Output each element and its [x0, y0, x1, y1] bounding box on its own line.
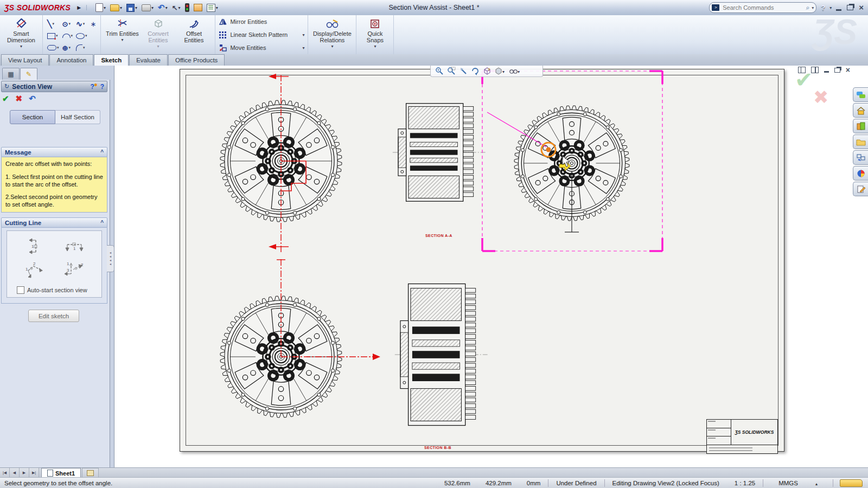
search-icon[interactable]: ⌕	[806, 4, 810, 11]
polygon-tool-button[interactable]: ⊕▾	[61, 44, 74, 52]
prev-sheet-button[interactable]: ◀	[10, 468, 20, 478]
add-sheet-tab[interactable]	[82, 468, 99, 478]
rotate-view-icon[interactable]	[471, 67, 480, 75]
design-library-tab[interactable]	[853, 119, 868, 133]
drawing-sheet[interactable]: ƷS SOLIDWORKS	[180, 69, 784, 452]
arc-tool-button[interactable]: ▾	[61, 34, 74, 38]
zoom-to-fit-icon[interactable]	[435, 67, 444, 75]
doc-minimize-button[interactable]	[824, 71, 829, 73]
units-selector[interactable]: MMGS▴	[763, 480, 833, 486]
previous-view-icon[interactable]	[459, 67, 468, 75]
cancel-button[interactable]: ✖	[16, 94, 23, 104]
tab-evaluate[interactable]: Evaluate	[129, 54, 168, 66]
undo-button[interactable]: ↶▾	[157, 4, 169, 11]
sheet1-tab[interactable]: Sheet1	[41, 468, 81, 478]
trim-entities-button[interactable]: Trim Entities ▾	[104, 17, 140, 43]
tab-sketch[interactable]: Sketch	[94, 54, 129, 66]
new-document-button[interactable]: ▾	[94, 3, 107, 12]
search-input[interactable]	[722, 4, 803, 11]
traffic-light-icon	[185, 3, 189, 12]
point-tool-button[interactable]: ∗	[90, 20, 98, 28]
solidworks-resources-tab[interactable]	[853, 103, 868, 118]
confirmation-cancel-icon[interactable]: ✖	[813, 86, 829, 108]
message-group-header[interactable]: Message^	[1, 147, 107, 157]
slot-tool-button[interactable]: ▾	[46, 45, 60, 50]
close-button[interactable]: ×	[859, 4, 864, 11]
minimize-button[interactable]	[836, 9, 841, 11]
appearances-tab[interactable]	[853, 166, 868, 181]
rectangle-tool-button[interactable]: ▾	[46, 33, 60, 39]
doc-close-button[interactable]: ×	[846, 67, 850, 73]
print-button[interactable]: ▾	[141, 4, 155, 12]
last-sheet-button[interactable]: ▶|	[29, 468, 39, 478]
offset-entities-button[interactable]: Offset Entities	[176, 17, 212, 44]
save-button[interactable]: ▾	[125, 3, 138, 12]
next-sheet-button[interactable]: ▶	[20, 468, 29, 478]
quick-snaps-button[interactable]: Quick Snaps ▾	[360, 17, 390, 50]
cutting-line-group-header[interactable]: Cutting Line^	[1, 217, 107, 228]
select-button[interactable]: ↖▾	[171, 3, 182, 12]
status-bar: Select geometry to set the offset angle.…	[0, 477, 868, 488]
rebuild-button[interactable]	[184, 3, 190, 12]
view-orientation-icon[interactable]: ?	[483, 67, 492, 75]
ribbon-group-dimension: Smart Dimension ▾	[0, 15, 43, 54]
spline-tool-button[interactable]: ∿▾	[75, 20, 88, 28]
undo-section-button[interactable]: ↶	[29, 94, 36, 104]
line-tool-button[interactable]: ╲▾	[46, 20, 60, 28]
display-delete-relations-button[interactable]: Display/Delete Relations ▾	[311, 17, 353, 50]
help-caret[interactable]: ▾	[829, 5, 832, 10]
restore-button[interactable]	[847, 5, 853, 10]
zoom-to-area-icon[interactable]	[447, 67, 456, 75]
file-explorer-tab[interactable]	[853, 134, 868, 149]
accept-button[interactable]: ✔	[2, 94, 9, 104]
section-button[interactable]: Section	[10, 110, 55, 124]
confirmation-accept-icon[interactable]: ✔	[795, 67, 813, 92]
options-button[interactable]: ▾	[206, 3, 219, 12]
graphics-viewport[interactable]: ƷS SOLIDWORKS SECTION A-A SECTION B-B ? …	[114, 66, 868, 467]
custom-properties-tab[interactable]	[853, 182, 868, 196]
whats-new-help-icon[interactable]: ?✱	[90, 83, 97, 91]
linear-sketch-pattern-button[interactable]: Linear Sketch Pattern▾	[219, 31, 304, 38]
fillet-tool-button[interactable]: ▾	[75, 44, 88, 51]
tab-view-layout[interactable]: View Layout	[1, 54, 49, 66]
display-style-icon[interactable]: ▾	[495, 67, 506, 75]
solidworks-forum-tab[interactable]	[853, 87, 868, 102]
open-button[interactable]: ▾	[109, 4, 123, 12]
vertical-cutting-line-button[interactable]: 1	[22, 236, 47, 256]
horizontal-cutting-line-button[interactable]: 1	[62, 236, 87, 256]
move-entities-button[interactable]: Move Entities▾	[219, 44, 304, 52]
arc-icon	[62, 34, 71, 38]
angle-cutting-line-button[interactable]: 123	[62, 260, 87, 280]
first-sheet-button[interactable]: |◀	[0, 468, 10, 478]
auto-start-checkbox[interactable]	[17, 286, 24, 294]
smart-dimension-button[interactable]: Smart Dimension ▾	[3, 17, 39, 50]
tab-annotation[interactable]: Annotation	[49, 54, 93, 66]
aligned-cutting-line-icon: 12	[24, 261, 46, 279]
mirror-entities-button[interactable]: Mirror Entities	[219, 18, 304, 25]
search-commands-box[interactable]: > ⌕ ▾	[709, 2, 816, 13]
file-properties-button[interactable]	[193, 3, 203, 12]
sheet1-tab-label: Sheet1	[55, 470, 75, 477]
tab-property-manager[interactable]: ✎	[20, 68, 37, 80]
help-button[interactable]: ?	[821, 4, 825, 12]
edit-sketch-button[interactable]: Edit sketch	[28, 310, 79, 322]
view-settings-icon[interactable]: ▾	[509, 67, 521, 75]
command-tab-row: View Layout Annotation Sketch Evaluate O…	[0, 54, 868, 66]
half-section-button[interactable]: Half Section	[55, 110, 100, 124]
help-icon[interactable]: ?	[100, 83, 104, 91]
ribbon-group-snaps: Quick Snaps ▾	[356, 15, 394, 54]
new-document-icon	[95, 3, 103, 12]
search-dropdown-caret[interactable]: ▾	[812, 5, 814, 10]
convert-entities-button[interactable]: Convert Entities ▾	[140, 17, 176, 50]
aligned-cutting-line-button[interactable]: 12	[22, 260, 47, 280]
menu-expand-arrow[interactable]: ▶	[76, 5, 87, 10]
tab-feature-manager[interactable]: ▦	[2, 68, 20, 80]
tag-icon[interactable]	[840, 479, 863, 487]
circle-tool-button[interactable]: ⊙▾	[61, 20, 74, 28]
search-scope-icon: >	[712, 4, 719, 11]
panel-splitter-handle[interactable]: ◂◂◂◂	[107, 245, 114, 272]
doc-restore-button[interactable]	[834, 68, 840, 73]
view-palette-tab[interactable]	[853, 150, 868, 165]
ellipse-tool-button[interactable]: ▾	[75, 33, 88, 39]
tab-office-products[interactable]: Office Products	[168, 54, 225, 66]
